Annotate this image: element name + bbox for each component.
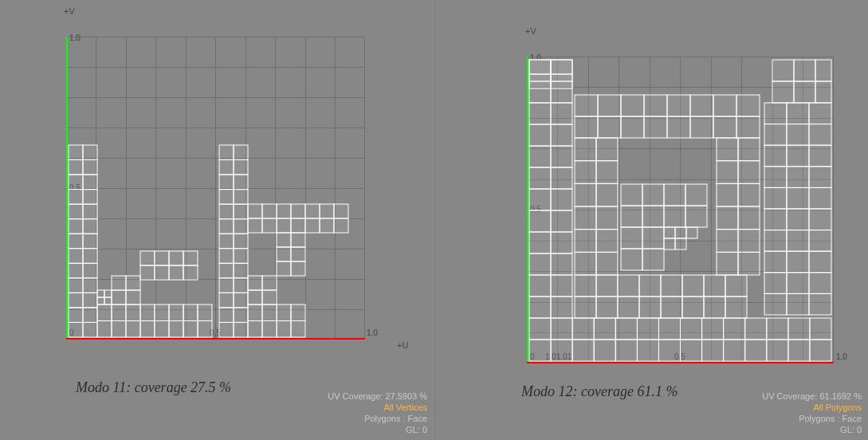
svg-rect-91 (262, 290, 277, 304)
svg-rect-139 (724, 340, 745, 361)
svg-rect-226 (717, 183, 738, 206)
svg-rect-185 (736, 95, 760, 116)
svg-rect-83 (234, 323, 248, 338)
svg-rect-198 (575, 183, 596, 206)
svg-rect-197 (596, 161, 618, 184)
svg-rect-192 (713, 116, 736, 138)
svg-rect-211 (682, 275, 704, 297)
svg-rect-133 (594, 340, 615, 361)
uv-panel-left: +V +U (0, 0, 434, 440)
svg-rect-250 (787, 209, 809, 230)
svg-rect-45 (155, 265, 169, 280)
svg-rect-276 (664, 227, 675, 238)
svg-rect-188 (621, 116, 644, 138)
svg-rect-160 (529, 232, 551, 253)
svg-rect-141 (767, 340, 788, 361)
svg-rect-177 (815, 81, 831, 103)
svg-rect-19 (83, 278, 97, 293)
svg-rect-88 (248, 276, 262, 290)
svg-rect-61 (234, 160, 248, 175)
axis-u-label: +U (397, 340, 408, 350)
svg-rect-190 (667, 116, 690, 138)
svg-rect-232 (717, 252, 738, 275)
svg-rect-37 (126, 276, 140, 290)
svg-rect-138 (702, 340, 724, 361)
svg-rect-72 (219, 249, 234, 264)
svg-rect-184 (713, 95, 736, 116)
svg-rect-149 (551, 103, 572, 124)
svg-rect-245 (809, 167, 831, 188)
svg-rect-259 (787, 273, 809, 294)
svg-rect-174 (772, 81, 794, 103)
svg-rect-207 (596, 275, 618, 297)
svg-rect-123 (681, 318, 702, 340)
uv-plot-right[interactable]: 0 1.01.01 0.5 1.0 0.5 1.0 (527, 57, 834, 363)
svg-rect-93 (262, 204, 277, 218)
svg-rect-40 (140, 251, 155, 265)
svg-rect-240 (764, 145, 787, 167)
svg-rect-253 (787, 230, 809, 252)
svg-rect-173 (794, 60, 815, 81)
svg-rect-247 (787, 187, 809, 209)
svg-rect-76 (219, 278, 234, 293)
svg-rect-124 (702, 318, 724, 340)
svg-rect-221 (725, 297, 747, 318)
svg-rect-10 (69, 219, 83, 234)
svg-rect-270 (664, 206, 685, 227)
svg-rect-167 (551, 297, 572, 318)
svg-rect-248 (809, 187, 831, 209)
svg-rect-136 (658, 340, 680, 361)
svg-rect-135 (637, 340, 658, 361)
svg-rect-264 (621, 184, 642, 206)
svg-rect-168 (529, 60, 551, 74)
svg-rect-182 (667, 95, 690, 116)
svg-rect-233 (738, 252, 760, 275)
svg-rect-29 (104, 297, 112, 304)
tick-1x: 1.0 (367, 328, 378, 337)
svg-rect-121 (637, 318, 658, 340)
svg-rect-81 (234, 308, 248, 323)
svg-rect-271 (685, 206, 707, 227)
svg-rect-224 (717, 161, 738, 184)
svg-rect-261 (764, 293, 787, 315)
svg-rect-175 (794, 81, 815, 103)
svg-rect-200 (575, 206, 596, 230)
svg-rect-53 (140, 321, 155, 338)
svg-rect-201 (596, 206, 618, 230)
axis-v-label: +V (525, 26, 536, 36)
svg-rect-223 (738, 138, 760, 161)
svg-rect-116 (529, 318, 551, 340)
uv-plot-left[interactable]: 0 0.5 1.0 0.5 1.0 (66, 37, 365, 340)
svg-rect-187 (598, 116, 621, 138)
svg-rect-193 (736, 116, 760, 138)
svg-rect-176 (815, 60, 831, 81)
stat-polygons: Polygons : Face (437, 413, 862, 424)
svg-rect-213 (725, 275, 747, 297)
svg-rect-85 (262, 304, 277, 321)
svg-rect-219 (682, 297, 704, 318)
svg-rect-186 (575, 116, 598, 138)
svg-rect-260 (809, 273, 831, 294)
svg-rect-155 (551, 167, 572, 189)
svg-rect-21 (83, 293, 97, 308)
svg-rect-205 (596, 252, 618, 275)
svg-rect-22 (69, 308, 83, 323)
svg-rect-84 (248, 304, 262, 321)
svg-rect-38 (112, 290, 126, 304)
svg-rect-119 (594, 318, 615, 340)
svg-rect-208 (618, 275, 639, 297)
svg-rect-154 (529, 167, 551, 189)
svg-rect-58 (219, 145, 234, 160)
svg-rect-153 (551, 146, 572, 167)
svg-rect-169 (551, 60, 572, 74)
stat-polygons: Polygons : Face (2, 413, 427, 424)
svg-rect-209 (639, 275, 661, 297)
svg-rect-104 (320, 218, 334, 233)
svg-rect-279 (675, 238, 686, 249)
stat-coverage: UV Coverage: 27.5903 % (2, 391, 427, 402)
svg-rect-151 (551, 124, 572, 146)
svg-rect-204 (575, 252, 596, 275)
svg-rect-122 (658, 318, 680, 340)
svg-rect-16 (69, 263, 83, 278)
svg-rect-54 (155, 321, 169, 338)
